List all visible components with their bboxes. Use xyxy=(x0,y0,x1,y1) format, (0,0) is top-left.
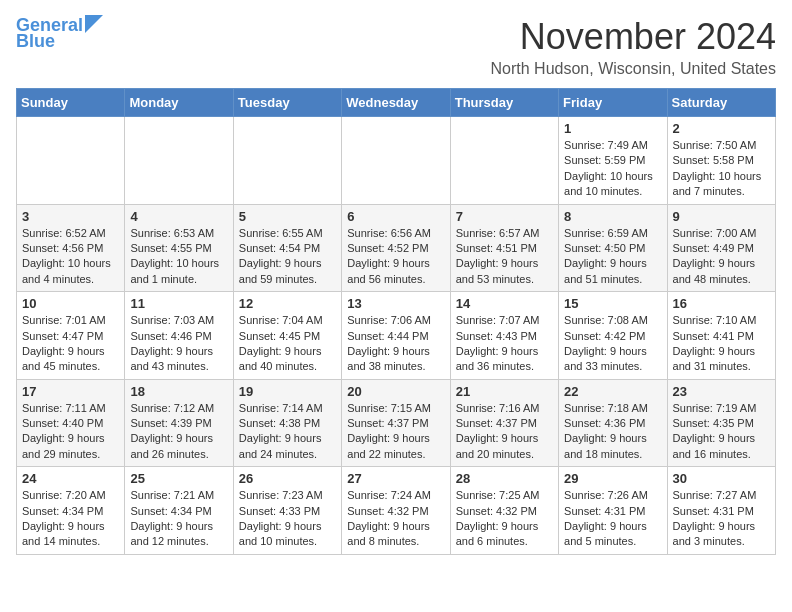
calendar-cell: 18Sunrise: 7:12 AM Sunset: 4:39 PM Dayli… xyxy=(125,379,233,467)
calendar-cell: 11Sunrise: 7:03 AM Sunset: 4:46 PM Dayli… xyxy=(125,292,233,380)
day-number: 11 xyxy=(130,296,227,311)
calendar-cell xyxy=(450,117,558,205)
calendar-cell: 29Sunrise: 7:26 AM Sunset: 4:31 PM Dayli… xyxy=(559,467,667,555)
calendar-cell xyxy=(342,117,450,205)
day-info: Sunrise: 7:00 AM Sunset: 4:49 PM Dayligh… xyxy=(673,226,770,288)
calendar-cell: 7Sunrise: 6:57 AM Sunset: 4:51 PM Daylig… xyxy=(450,204,558,292)
day-info: Sunrise: 7:21 AM Sunset: 4:34 PM Dayligh… xyxy=(130,488,227,550)
calendar-cell xyxy=(233,117,341,205)
calendar-week-1: 1Sunrise: 7:49 AM Sunset: 5:59 PM Daylig… xyxy=(17,117,776,205)
page-header: General Blue November 2024 North Hudson,… xyxy=(16,16,776,78)
day-number: 21 xyxy=(456,384,553,399)
day-number: 12 xyxy=(239,296,336,311)
weekday-header-tuesday: Tuesday xyxy=(233,89,341,117)
day-number: 13 xyxy=(347,296,444,311)
day-info: Sunrise: 7:49 AM Sunset: 5:59 PM Dayligh… xyxy=(564,138,661,200)
calendar-cell: 12Sunrise: 7:04 AM Sunset: 4:45 PM Dayli… xyxy=(233,292,341,380)
calendar-cell: 15Sunrise: 7:08 AM Sunset: 4:42 PM Dayli… xyxy=(559,292,667,380)
calendar-cell: 13Sunrise: 7:06 AM Sunset: 4:44 PM Dayli… xyxy=(342,292,450,380)
calendar-cell: 17Sunrise: 7:11 AM Sunset: 4:40 PM Dayli… xyxy=(17,379,125,467)
calendar-cell: 24Sunrise: 7:20 AM Sunset: 4:34 PM Dayli… xyxy=(17,467,125,555)
day-info: Sunrise: 7:10 AM Sunset: 4:41 PM Dayligh… xyxy=(673,313,770,375)
calendar-cell: 22Sunrise: 7:18 AM Sunset: 4:36 PM Dayli… xyxy=(559,379,667,467)
calendar-cell: 16Sunrise: 7:10 AM Sunset: 4:41 PM Dayli… xyxy=(667,292,775,380)
weekday-header-wednesday: Wednesday xyxy=(342,89,450,117)
day-number: 4 xyxy=(130,209,227,224)
day-info: Sunrise: 7:24 AM Sunset: 4:32 PM Dayligh… xyxy=(347,488,444,550)
weekday-header-monday: Monday xyxy=(125,89,233,117)
day-info: Sunrise: 7:16 AM Sunset: 4:37 PM Dayligh… xyxy=(456,401,553,463)
weekday-header-saturday: Saturday xyxy=(667,89,775,117)
calendar-cell: 8Sunrise: 6:59 AM Sunset: 4:50 PM Daylig… xyxy=(559,204,667,292)
calendar-cell: 5Sunrise: 6:55 AM Sunset: 4:54 PM Daylig… xyxy=(233,204,341,292)
calendar-cell: 19Sunrise: 7:14 AM Sunset: 4:38 PM Dayli… xyxy=(233,379,341,467)
day-info: Sunrise: 7:20 AM Sunset: 4:34 PM Dayligh… xyxy=(22,488,119,550)
day-number: 27 xyxy=(347,471,444,486)
calendar-cell: 2Sunrise: 7:50 AM Sunset: 5:58 PM Daylig… xyxy=(667,117,775,205)
calendar-cell xyxy=(17,117,125,205)
day-info: Sunrise: 7:08 AM Sunset: 4:42 PM Dayligh… xyxy=(564,313,661,375)
day-number: 25 xyxy=(130,471,227,486)
day-info: Sunrise: 7:26 AM Sunset: 4:31 PM Dayligh… xyxy=(564,488,661,550)
day-info: Sunrise: 6:57 AM Sunset: 4:51 PM Dayligh… xyxy=(456,226,553,288)
weekday-header-sunday: Sunday xyxy=(17,89,125,117)
logo: General Blue xyxy=(16,16,103,50)
day-number: 19 xyxy=(239,384,336,399)
day-number: 26 xyxy=(239,471,336,486)
logo-line2: Blue xyxy=(16,32,55,50)
day-number: 22 xyxy=(564,384,661,399)
day-number: 3 xyxy=(22,209,119,224)
calendar-cell: 4Sunrise: 6:53 AM Sunset: 4:55 PM Daylig… xyxy=(125,204,233,292)
day-number: 10 xyxy=(22,296,119,311)
day-number: 16 xyxy=(673,296,770,311)
day-number: 28 xyxy=(456,471,553,486)
day-info: Sunrise: 7:14 AM Sunset: 4:38 PM Dayligh… xyxy=(239,401,336,463)
day-info: Sunrise: 7:12 AM Sunset: 4:39 PM Dayligh… xyxy=(130,401,227,463)
day-info: Sunrise: 7:03 AM Sunset: 4:46 PM Dayligh… xyxy=(130,313,227,375)
day-number: 15 xyxy=(564,296,661,311)
month-title: November 2024 xyxy=(491,16,776,58)
calendar-cell: 27Sunrise: 7:24 AM Sunset: 4:32 PM Dayli… xyxy=(342,467,450,555)
calendar-cell: 1Sunrise: 7:49 AM Sunset: 5:59 PM Daylig… xyxy=(559,117,667,205)
day-number: 23 xyxy=(673,384,770,399)
day-info: Sunrise: 7:01 AM Sunset: 4:47 PM Dayligh… xyxy=(22,313,119,375)
calendar-cell: 26Sunrise: 7:23 AM Sunset: 4:33 PM Dayli… xyxy=(233,467,341,555)
logo-icon xyxy=(85,15,103,33)
day-number: 5 xyxy=(239,209,336,224)
day-info: Sunrise: 7:11 AM Sunset: 4:40 PM Dayligh… xyxy=(22,401,119,463)
location-subtitle: North Hudson, Wisconsin, United States xyxy=(491,60,776,78)
day-info: Sunrise: 7:06 AM Sunset: 4:44 PM Dayligh… xyxy=(347,313,444,375)
day-info: Sunrise: 7:27 AM Sunset: 4:31 PM Dayligh… xyxy=(673,488,770,550)
weekday-header-friday: Friday xyxy=(559,89,667,117)
title-block: November 2024 North Hudson, Wisconsin, U… xyxy=(491,16,776,78)
day-number: 30 xyxy=(673,471,770,486)
calendar-cell: 28Sunrise: 7:25 AM Sunset: 4:32 PM Dayli… xyxy=(450,467,558,555)
calendar-cell: 20Sunrise: 7:15 AM Sunset: 4:37 PM Dayli… xyxy=(342,379,450,467)
calendar-cell: 6Sunrise: 6:56 AM Sunset: 4:52 PM Daylig… xyxy=(342,204,450,292)
day-number: 20 xyxy=(347,384,444,399)
day-number: 8 xyxy=(564,209,661,224)
day-info: Sunrise: 6:59 AM Sunset: 4:50 PM Dayligh… xyxy=(564,226,661,288)
day-number: 9 xyxy=(673,209,770,224)
day-info: Sunrise: 7:19 AM Sunset: 4:35 PM Dayligh… xyxy=(673,401,770,463)
calendar-week-2: 3Sunrise: 6:52 AM Sunset: 4:56 PM Daylig… xyxy=(17,204,776,292)
day-number: 1 xyxy=(564,121,661,136)
calendar-cell xyxy=(125,117,233,205)
calendar-header-row: SundayMondayTuesdayWednesdayThursdayFrid… xyxy=(17,89,776,117)
calendar-week-3: 10Sunrise: 7:01 AM Sunset: 4:47 PM Dayli… xyxy=(17,292,776,380)
calendar-cell: 25Sunrise: 7:21 AM Sunset: 4:34 PM Dayli… xyxy=(125,467,233,555)
day-info: Sunrise: 7:15 AM Sunset: 4:37 PM Dayligh… xyxy=(347,401,444,463)
day-number: 14 xyxy=(456,296,553,311)
calendar-cell: 3Sunrise: 6:52 AM Sunset: 4:56 PM Daylig… xyxy=(17,204,125,292)
day-info: Sunrise: 6:52 AM Sunset: 4:56 PM Dayligh… xyxy=(22,226,119,288)
day-number: 17 xyxy=(22,384,119,399)
calendar-table: SundayMondayTuesdayWednesdayThursdayFrid… xyxy=(16,88,776,555)
svg-marker-0 xyxy=(85,15,103,33)
day-info: Sunrise: 6:56 AM Sunset: 4:52 PM Dayligh… xyxy=(347,226,444,288)
day-info: Sunrise: 6:55 AM Sunset: 4:54 PM Dayligh… xyxy=(239,226,336,288)
calendar-cell: 30Sunrise: 7:27 AM Sunset: 4:31 PM Dayli… xyxy=(667,467,775,555)
calendar-cell: 14Sunrise: 7:07 AM Sunset: 4:43 PM Dayli… xyxy=(450,292,558,380)
day-number: 18 xyxy=(130,384,227,399)
day-info: Sunrise: 7:25 AM Sunset: 4:32 PM Dayligh… xyxy=(456,488,553,550)
day-info: Sunrise: 7:50 AM Sunset: 5:58 PM Dayligh… xyxy=(673,138,770,200)
